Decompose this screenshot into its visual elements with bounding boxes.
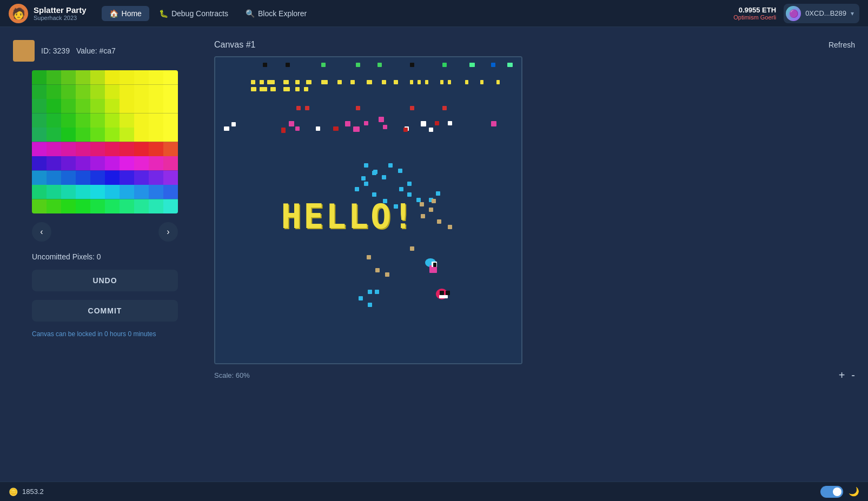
pixel-dot bbox=[251, 80, 255, 84]
pixel-dot bbox=[368, 290, 372, 294]
eth-balance: 0.9955 ETH Optimism Goerli bbox=[733, 6, 776, 21]
zoom-in-button[interactable]: + bbox=[839, 370, 845, 380]
pixel-dot bbox=[465, 80, 468, 84]
hello-text: HELLO! bbox=[281, 197, 415, 236]
pixel-dot bbox=[407, 192, 412, 197]
pixel-dot bbox=[345, 121, 350, 126]
pixel-dot bbox=[321, 80, 328, 84]
pixel-dot bbox=[305, 106, 309, 110]
pixel-dot bbox=[442, 63, 447, 67]
uncommitted-label: Uncomitted Pixels: 0 bbox=[32, 252, 178, 261]
pixel-dot bbox=[295, 126, 300, 131]
pixel-dot bbox=[260, 87, 267, 91]
canvas-scene: HELLO! bbox=[215, 57, 521, 363]
pixel-dot bbox=[429, 208, 433, 212]
zoom-out-button[interactable]: - bbox=[851, 370, 855, 380]
pixel-dot bbox=[410, 80, 413, 84]
pixel-dot bbox=[361, 176, 366, 181]
pixel-dot bbox=[439, 295, 448, 298]
pixel-dot bbox=[296, 106, 301, 110]
pixel-dot bbox=[446, 291, 450, 295]
pixel-dot bbox=[425, 80, 428, 84]
pixel-dot bbox=[383, 199, 387, 203]
pixel-dot bbox=[353, 126, 360, 132]
pixel-dot bbox=[283, 87, 290, 91]
brand-title: Splatter Party bbox=[34, 5, 87, 15]
status-left: 🪙 1853.2 bbox=[9, 487, 44, 496]
status-value: 1853.2 bbox=[22, 487, 44, 496]
pixel-dot bbox=[407, 182, 412, 186]
canvas-wrapper[interactable]: HELLO! bbox=[214, 56, 522, 364]
search-icon: 🔍 bbox=[246, 9, 255, 18]
right-panel: Canvas #1 Refresh HELLO! bbox=[214, 40, 855, 488]
brand-subtitle: Superhack 2023 bbox=[34, 15, 87, 21]
pixel-dot bbox=[437, 219, 441, 224]
pixel-dot bbox=[403, 128, 408, 132]
brand-text: Splatter Party Superhack 2023 bbox=[34, 5, 87, 21]
brand: 🧑 Splatter Party Superhack 2023 bbox=[9, 4, 87, 23]
nav-links: 🏠 Home 🐛 Debug Contracts 🔍 Block Explore… bbox=[102, 6, 315, 21]
pixel-dot bbox=[429, 128, 433, 132]
pixel-dot bbox=[333, 126, 339, 131]
scale-controls: + - bbox=[839, 370, 855, 380]
nav-right: 0.9955 ETH Optimism Goerli 🟣 0XCD...B289… bbox=[733, 4, 859, 23]
prev-palette-button[interactable]: ‹ bbox=[32, 222, 51, 242]
status-bar: 🪙 1853.2 🌙 bbox=[0, 482, 868, 501]
pixel-dot bbox=[356, 106, 360, 110]
pixel-dot bbox=[270, 87, 276, 91]
pixel-info: ID: 3239 Value: #ca7 bbox=[13, 40, 197, 62]
refresh-button[interactable]: Refresh bbox=[829, 41, 855, 49]
theme-toggle[interactable] bbox=[820, 486, 843, 498]
next-palette-button[interactable]: › bbox=[158, 222, 178, 242]
wallet-avatar: 🟣 bbox=[786, 6, 801, 21]
pixel-dot bbox=[469, 63, 475, 67]
pixel-dot bbox=[410, 246, 414, 251]
pixel-dot bbox=[372, 192, 376, 197]
pixel-dot bbox=[388, 163, 393, 168]
pixel-dot bbox=[436, 191, 440, 196]
nav-home[interactable]: 🏠 Home bbox=[102, 6, 149, 21]
pixel-dot bbox=[432, 199, 436, 203]
pixel-dot bbox=[367, 255, 371, 259]
wallet-button[interactable]: 🟣 0XCD...B289 ▾ bbox=[784, 4, 859, 23]
pixel-dot bbox=[382, 80, 386, 84]
lock-info: Canvas can be locked in 0 hours 0 minute… bbox=[32, 330, 178, 338]
nav-block-explorer[interactable]: 🔍 Block Explorer bbox=[238, 6, 314, 21]
pixel-dot bbox=[316, 126, 320, 131]
pixel-dot bbox=[337, 80, 342, 84]
pixel-dot bbox=[295, 87, 300, 91]
pixel-dot bbox=[491, 63, 495, 67]
home-icon: 🏠 bbox=[109, 9, 118, 18]
pixel-dot bbox=[418, 80, 421, 84]
pixel-dot bbox=[231, 122, 236, 126]
pixel-dot bbox=[260, 80, 264, 84]
pixel-dot bbox=[281, 128, 286, 133]
pixel-dot bbox=[283, 80, 289, 84]
canvas-footer: Scale: 60% + - bbox=[214, 370, 855, 380]
pixel-id: ID: 3239 bbox=[41, 46, 70, 55]
canvas-title: Canvas #1 bbox=[214, 40, 256, 50]
pixel-dot bbox=[359, 296, 363, 300]
pixel-dot bbox=[410, 63, 414, 67]
pixel-dot bbox=[410, 106, 414, 110]
pixel-dot bbox=[295, 80, 300, 84]
pixel-dot bbox=[306, 80, 312, 84]
pixel-dot bbox=[448, 121, 452, 125]
nav-debug-contracts[interactable]: 🐛 Debug Contracts bbox=[151, 6, 236, 21]
pixel-dot bbox=[507, 63, 513, 67]
pixel-dot bbox=[356, 63, 360, 67]
color-palette[interactable] bbox=[32, 70, 178, 213]
pixel-value: Value: #ca7 bbox=[76, 46, 116, 55]
pixel-dot bbox=[394, 80, 398, 84]
pixel-dot bbox=[385, 272, 389, 277]
undo-button[interactable]: UNDO bbox=[32, 270, 178, 291]
pixel-dot bbox=[364, 163, 368, 168]
navbar: 🧑 Splatter Party Superhack 2023 🏠 Home 🐛… bbox=[0, 0, 868, 27]
eth-network: Optimism Goerli bbox=[733, 14, 776, 21]
commit-button[interactable]: COMMIT bbox=[32, 300, 178, 322]
pixel-dot bbox=[379, 117, 384, 122]
pixel-dot bbox=[367, 80, 372, 84]
pixel-dot bbox=[442, 106, 447, 110]
pixel-dot bbox=[421, 121, 426, 126]
brand-avatar: 🧑 bbox=[9, 4, 28, 23]
